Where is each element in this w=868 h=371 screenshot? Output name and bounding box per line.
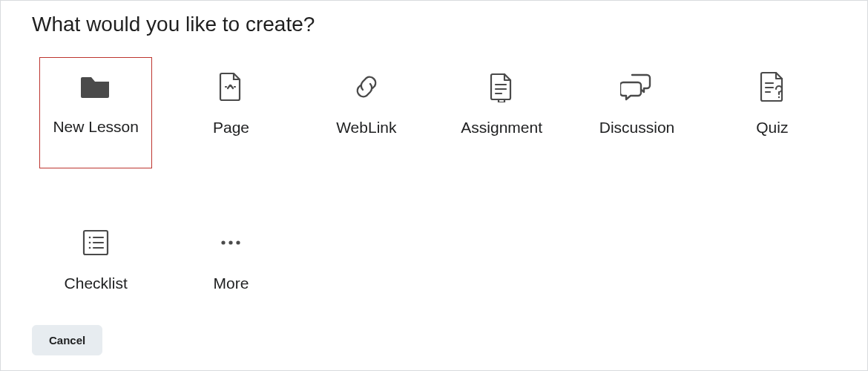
create-dialog: What would you like to create? New Lesso…	[0, 0, 868, 371]
folder-icon	[79, 70, 112, 102]
option-label: More	[214, 274, 249, 292]
svg-point-8	[89, 237, 91, 239]
option-quiz[interactable]: Quiz	[716, 57, 829, 168]
page-icon	[219, 70, 243, 103]
option-label: Quiz	[756, 118, 788, 137]
option-page[interactable]: Page	[174, 57, 287, 168]
svg-point-10	[89, 247, 91, 249]
svg-point-14	[222, 240, 226, 244]
checklist-icon	[82, 226, 110, 259]
svg-point-9	[89, 242, 91, 244]
option-label: Checklist	[65, 274, 128, 292]
option-weblink[interactable]: WebLink	[310, 57, 423, 168]
more-icon	[216, 226, 246, 259]
option-new-lesson[interactable]: New Lesson	[39, 57, 152, 168]
option-checklist[interactable]: Checklist	[39, 213, 152, 324]
svg-point-6	[778, 96, 780, 98]
option-label: Page	[213, 118, 249, 137]
discussion-icon	[620, 70, 653, 103]
option-label: New Lesson	[53, 117, 139, 136]
dialog-title: What would you like to create?	[32, 13, 836, 36]
option-assignment[interactable]: Assignment	[445, 57, 558, 168]
quiz-icon	[758, 70, 786, 103]
option-discussion[interactable]: Discussion	[580, 57, 693, 168]
option-label: WebLink	[336, 118, 396, 137]
option-label: Discussion	[599, 118, 675, 137]
dialog-footer: Cancel	[32, 325, 102, 355]
option-label: Assignment	[461, 118, 542, 137]
options-grid: New Lesson Page WebLink	[39, 57, 829, 324]
link-icon	[350, 70, 383, 103]
cancel-button[interactable]: Cancel	[32, 325, 102, 355]
svg-point-15	[229, 240, 233, 244]
svg-point-16	[237, 240, 240, 244]
assignment-icon	[488, 70, 515, 103]
option-more[interactable]: More	[174, 213, 287, 324]
